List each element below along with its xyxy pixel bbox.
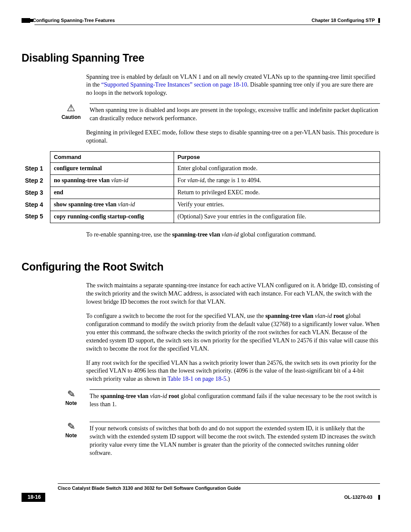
command-cell: configure terminal (50, 163, 174, 175)
xref-supported-instances[interactable]: “Supported Spanning-Tree Instances” sect… (101, 81, 247, 88)
command-cell: show spanning-tree vlan vlan-id (50, 199, 174, 211)
table-row: Step 5 copy running-config startup-confi… (22, 211, 380, 223)
step-label: Step 5 (22, 211, 50, 223)
note-text: If your network consists of switches tha… (90, 422, 380, 457)
command-cell: copy running-config startup-config (50, 211, 174, 223)
note-block-1: ✎ Note The spanning-tree vlan vlan-id ro… (60, 389, 380, 409)
caution-icon: ⚠ (67, 103, 75, 113)
col-command: Command (50, 151, 174, 163)
note-label: Note (65, 400, 77, 407)
doc-id: OL-13270-03 (344, 495, 372, 500)
caution-block: ⚠ Caution When spanning tree is disabled… (60, 103, 380, 123)
table-row: Step 2 no spanning-tree vlan vlan-id For… (22, 175, 380, 187)
note-text: The spanning-tree vlan vlan-id root glob… (90, 389, 380, 409)
header-rule (34, 25, 380, 25)
col-purpose: Purpose (174, 151, 380, 163)
purpose-cell: For vlan-id, the range is 1 to 4094. (174, 175, 380, 187)
note-block-2: ✎ Note If your network consists of switc… (60, 422, 380, 457)
command-cell: end (50, 187, 174, 199)
step-label: Step 4 (22, 199, 50, 211)
footer-doc-title: Cisco Catalyst Blade Switch 3130 and 303… (58, 485, 380, 492)
header-decor-right (378, 18, 380, 23)
purpose-cell: Return to privileged EXEC mode. (174, 187, 380, 199)
purpose-cell: Verify your entries. (174, 199, 380, 211)
note-label: Note (65, 432, 77, 439)
xref-table-18-1[interactable]: Table 18-1 on page 18-5 (168, 376, 227, 382)
footer-decor-right (378, 495, 380, 500)
root-p1: The switch maintains a separate spanning… (86, 282, 380, 306)
intro-paragraph: Spanning tree is enabled by default on V… (86, 73, 380, 98)
exec-intro-paragraph: Beginning in privileged EXEC mode, follo… (86, 129, 380, 145)
root-p3: If any root switch for the specified VLA… (86, 359, 380, 384)
header-section-text: Configuring Spanning-Tree Features (33, 17, 115, 24)
page-number-badge: 18-16 (22, 493, 45, 501)
purpose-cell: (Optional) Save your entries in the conf… (174, 211, 380, 223)
step-label: Step 3 (22, 187, 50, 199)
table-row: Step 1 configure terminal Enter global c… (22, 163, 380, 175)
header-chapter-text: Chapter 18 Configuring STP (311, 17, 375, 24)
command-cell: no spanning-tree vlan vlan-id (50, 175, 174, 187)
table-row: Step 4 show spanning-tree vlan vlan-id V… (22, 199, 380, 211)
purpose-cell: Enter global configuration mode. (174, 163, 380, 175)
root-p2: To configure a switch to become the root… (86, 312, 380, 353)
table-row: Step 3 end Return to privileged EXEC mod… (22, 187, 380, 199)
command-table: Command Purpose Step 1 configure termina… (22, 151, 380, 223)
note-icon: ✎ (67, 421, 75, 431)
step-label: Step 2 (22, 175, 50, 187)
header-decor-left (22, 18, 30, 23)
note-icon: ✎ (67, 389, 75, 399)
reenable-paragraph: To re-enable spanning-tree, use the span… (86, 231, 380, 239)
section-heading-disabling: Disabling Spanning Tree (22, 51, 380, 65)
step-label: Step 1 (22, 163, 50, 175)
caution-text: When spanning tree is disabled and loops… (90, 103, 380, 123)
section-heading-root: Configuring the Root Switch (22, 260, 380, 274)
caution-label: Caution (62, 114, 81, 121)
col-step (22, 151, 50, 163)
running-header: Configuring Spanning-Tree Features Chapt… (22, 17, 380, 24)
page-footer: Cisco Catalyst Blade Switch 3130 and 303… (22, 483, 380, 502)
